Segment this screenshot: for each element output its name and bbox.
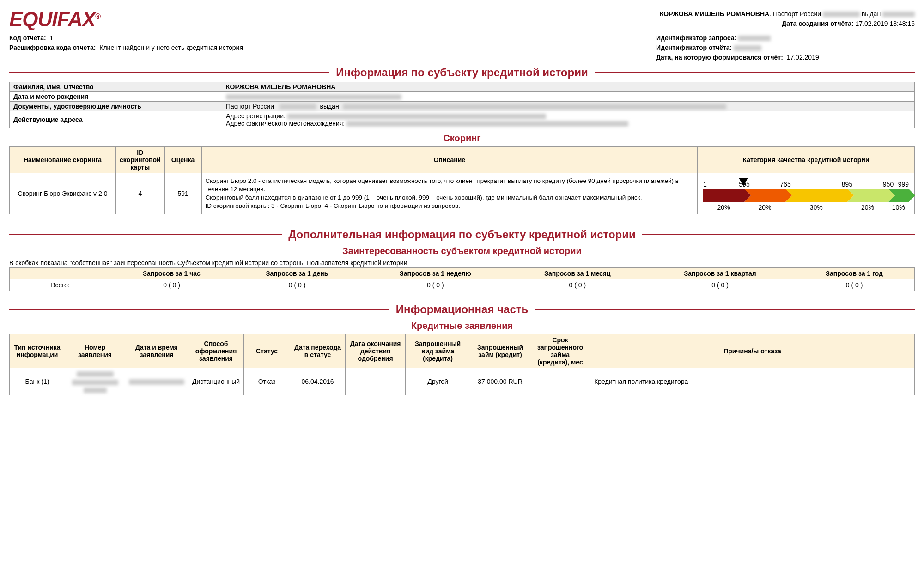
gauge-percentages: 20%20%30%20%10% xyxy=(703,204,909,211)
col-header: Номер заявления xyxy=(65,334,125,368)
dob-label: Дата и место рождения xyxy=(10,92,222,102)
scoring-card-id: 4 xyxy=(116,173,165,214)
gauge-tick: 999 xyxy=(898,181,909,188)
request-id-label: Идентификатор запроса: xyxy=(656,34,736,42)
person-name: КОРЖОВА МИШЕЛЬ РОМАНОВНА xyxy=(660,10,769,18)
col-score: Оценка xyxy=(164,147,201,173)
asof-value: 17.02.2019 xyxy=(787,54,819,61)
applications-table: Тип источника информацииНомер заявленияД… xyxy=(9,334,915,395)
addr-reg-label: Адрес регистрации: xyxy=(226,112,286,120)
desc-line: Скоринг Бюро 2.0 - статистическая модель… xyxy=(206,177,693,194)
app-number: x x x xyxy=(65,368,125,395)
interest-value: 0 ( 0 ) xyxy=(646,279,794,291)
doc-issued: выдан xyxy=(320,103,339,110)
scoring-score: 591 xyxy=(164,173,201,214)
gauge-segment xyxy=(703,189,744,202)
col-header: Дата перехода в статус xyxy=(290,334,346,368)
addr-fact-label: Адрес фактического местонахождения: xyxy=(226,120,345,127)
gauge-pct-label: 30% xyxy=(785,204,847,211)
logo-text: EQUIFAX xyxy=(9,8,95,30)
col-header: Запросов за 1 день xyxy=(232,268,362,279)
scoring-table: Наименование скоринга ID скоринговой кар… xyxy=(9,146,915,214)
gauge-ticks: 1595765895950999 xyxy=(703,178,909,188)
col-header: Запрошенный вид займа (кредита) xyxy=(406,334,470,368)
app-end-date xyxy=(346,368,406,395)
redacted: x xyxy=(72,380,118,385)
section-divider: Дополнительная информация по субъекту кр… xyxy=(9,228,915,241)
app-datetime: x xyxy=(125,368,188,395)
gauge-segment xyxy=(785,189,847,202)
col-header xyxy=(10,268,111,279)
redacted: xx xyxy=(734,45,761,51)
applications-title: Кредитные заявления xyxy=(9,321,915,331)
interest-value: 0 ( 0 ) xyxy=(794,279,915,291)
gauge-tick: 1 xyxy=(703,181,707,188)
app-method: Дистанционный xyxy=(188,368,244,395)
passport-label: Паспорт России xyxy=(773,10,821,18)
table-row: Фамилия, Имя, Отчество КОРЖОВА МИШЕЛЬ РО… xyxy=(10,82,915,92)
docs-label: Документы, удостоверяющие личность xyxy=(10,102,222,111)
equifax-logo: EQUIFAX® xyxy=(9,9,100,30)
gauge-chevrons xyxy=(703,189,909,202)
section-title-additional: Дополнительная информация по субъекту кр… xyxy=(282,228,642,241)
col-category: Категория качества кредитной истории xyxy=(698,147,915,173)
fio-value: КОРЖОВА МИШЕЛЬ РОМАНОВНА xyxy=(222,82,915,92)
app-loan-type: Другой xyxy=(406,368,470,395)
col-header: Запросов за 1 час xyxy=(111,268,232,279)
asof-label: Дата, на которую формировался отчёт: xyxy=(656,54,783,61)
report-date-value: 17.02.2019 13:48:16 xyxy=(856,20,915,27)
gauge-pct-label: 20% xyxy=(703,204,744,211)
decode-label: Расшифровка кода отчета: xyxy=(9,44,96,51)
redacted: xx xyxy=(280,104,316,109)
redacted: x xyxy=(84,388,107,393)
table-header-row: Наименование скоринга ID скоринговой кар… xyxy=(10,147,915,173)
col-header: Запрошенный займ (кредит) xyxy=(470,334,530,368)
col-header: Запросов за 1 неделю xyxy=(362,268,509,279)
meta-block: Код отчета: 1 Расшифровка кода отчета: К… xyxy=(9,33,915,62)
scoring-description: Скоринг Бюро 2.0 - статистическая модель… xyxy=(201,173,697,214)
doc-prefix: Паспорт России xyxy=(226,103,274,110)
col-name: Наименование скоринга xyxy=(10,147,116,173)
gauge-tick: 895 xyxy=(842,181,852,188)
app-status: Отказ xyxy=(244,368,290,395)
gauge-pct-label: 20% xyxy=(744,204,785,211)
scoring-title: Скоринг xyxy=(9,133,915,144)
section-divider: Информационная часть xyxy=(9,303,915,316)
table-row: Скоринг Бюро Эквифакс v 2.0 4 591 Скорин… xyxy=(10,173,915,214)
table-row: Банк (1) x x x x Дистанционный Отказ 06.… xyxy=(10,368,915,395)
gauge-tick: 765 xyxy=(780,181,790,188)
arrow-down-icon xyxy=(739,178,748,186)
interest-table: Запросов за 1 часЗапросов за 1 деньЗапро… xyxy=(9,267,915,291)
redacted: xx xyxy=(738,36,771,41)
col-header: Запросов за 1 квартал xyxy=(646,268,794,279)
desc-line: ID скоринговой карты: 3 - Скоринг Бюро; … xyxy=(206,202,693,210)
redacted: xxxx xyxy=(882,12,915,17)
report-code-label: Код отчета: xyxy=(9,34,46,42)
redacted: xx xyxy=(346,121,628,127)
fio-label: Фамилия, Имя, Отчество xyxy=(10,82,222,92)
col-header: Дата окончания действия одобрения xyxy=(346,334,406,368)
report-date-label: Дата создания отчёта: xyxy=(782,20,853,27)
redacted: xx xyxy=(343,104,726,109)
subject-info-table: Фамилия, Имя, Отчество КОРЖОВА МИШЕЛЬ РО… xyxy=(9,82,915,128)
col-desc: Описание xyxy=(201,147,697,173)
report-header: EQUIFAX® КОРЖОВА МИШЕЛЬ РОМАНОВНА. Паспо… xyxy=(9,9,915,30)
interest-value: 0 ( 0 ) xyxy=(111,279,232,291)
interest-value: 0 ( 0 ) xyxy=(362,279,509,291)
header-right: КОРЖОВА МИШЕЛЬ РОМАНОВНА. Паспорт России… xyxy=(660,9,915,29)
decode-value: Клиент найден и у него есть кредитная ис… xyxy=(99,44,243,51)
col-header: Запросов за 1 год xyxy=(794,268,915,279)
table-row: Действующие адреса Адрес регистрации: xx… xyxy=(10,111,915,128)
app-amount: 37 000.00 RUR xyxy=(470,368,530,395)
col-card-id: ID скоринговой карты xyxy=(116,147,165,173)
app-term xyxy=(530,368,590,395)
addr-label: Действующие адреса xyxy=(10,111,222,128)
redacted: x xyxy=(129,379,184,385)
redacted: xx xyxy=(226,94,401,100)
redacted: x xyxy=(77,371,114,377)
section-divider: Информация по субъекту кредитной истории xyxy=(9,66,915,79)
interest-note: В скобках показана "собственная" заинтер… xyxy=(9,259,915,267)
col-header: Статус xyxy=(244,334,290,368)
scoring-name: Скоринг Бюро Эквифакс v 2.0 xyxy=(10,173,116,214)
gauge-tick: 950 xyxy=(883,181,894,188)
